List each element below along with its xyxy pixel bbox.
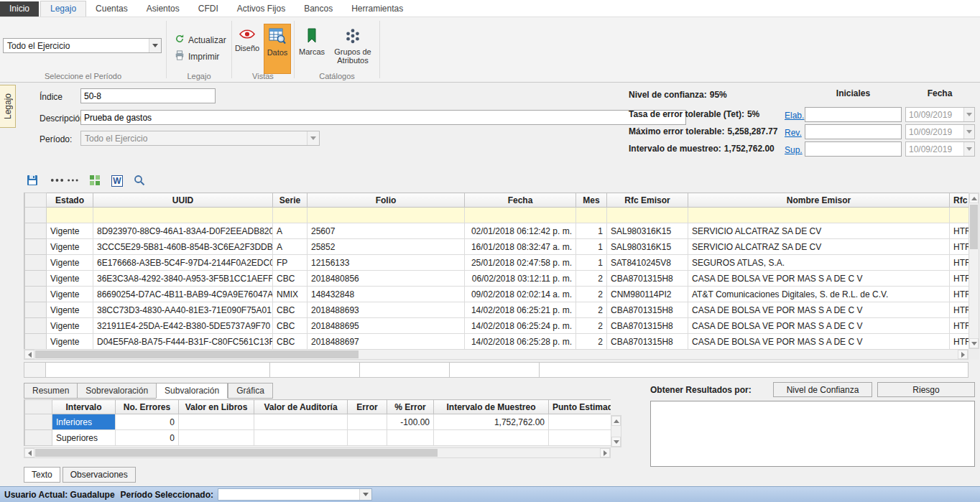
grid-cell[interactable]: CASA DE BOLSA VE POR MAS S A DE C V — [688, 318, 950, 334]
grid-cell[interactable]: CASA DE BOLSA VE POR MAS S A DE C V — [688, 302, 950, 318]
column-header[interactable]: Valor en Libros — [179, 400, 254, 414]
diseno-button[interactable]: Diseño — [234, 24, 261, 74]
grid-cell[interactable]: HTRS — [950, 239, 969, 255]
grid-cell[interactable]: CASA DE BOLSA VE POR MAS S A DE C V — [688, 334, 950, 350]
grid-cell[interactable]: Vigente — [47, 287, 93, 302]
datos-button[interactable]: Datos — [264, 24, 291, 74]
grid-cell[interactable]: 2 — [576, 318, 607, 334]
save-layout-button[interactable] — [26, 174, 39, 189]
grid-cell[interactable]: 16/01/2018 08:32:47 a. m. — [465, 239, 576, 255]
elab-link[interactable]: Elab. — [785, 111, 804, 121]
grid-cell[interactable]: 2018480856 — [308, 271, 465, 287]
grid-cell[interactable] — [387, 430, 434, 446]
scroll-left-button[interactable] — [24, 448, 34, 457]
row-selector[interactable] — [25, 414, 52, 430]
grid-cell[interactable]: 14/02/2018 06:25:21 p. m. — [465, 302, 576, 318]
grid-cell[interactable]: AT&T Comunicaciones Digitales, S. de R.L… — [688, 287, 950, 302]
scroll-up-button[interactable] — [611, 416, 621, 426]
periodo-combobox[interactable]: Todo el Ejercicio — [80, 131, 320, 146]
table-row[interactable]: Vigente38CC73D3-4830-AA40-81E3-71E090F75… — [25, 302, 969, 318]
table-row[interactable]: Vigente321911E4-25DA-E442-B380-5DE5737A9… — [25, 318, 969, 334]
grupos-atributos-button[interactable]: Grupos de Atributos — [329, 24, 376, 74]
filter-cell[interactable] — [950, 208, 969, 223]
grid-cell[interactable]: 25607 — [308, 223, 465, 239]
grid-cell[interactable]: SEGUROS ATLAS, S.A. — [688, 255, 950, 271]
select-all-header[interactable] — [25, 400, 52, 414]
filter-cell[interactable] — [465, 208, 576, 223]
row-selector[interactable] — [25, 318, 47, 334]
grid-cell[interactable]: 321911E4-25DA-E442-B380-5DE5737A9F70 — [93, 318, 273, 334]
filter-cell[interactable] — [607, 208, 688, 223]
column-header[interactable]: Intervalo — [52, 400, 116, 414]
grid-cell[interactable]: NMIX — [273, 287, 308, 302]
chevron-down-icon[interactable] — [359, 489, 371, 500]
column-header[interactable]: % Error — [387, 400, 434, 414]
grid-cell[interactable]: Vigente — [47, 271, 93, 287]
tab-grafica[interactable]: Gráfica — [228, 383, 273, 399]
marcas-button[interactable]: Marcas — [296, 24, 328, 74]
grid-cell[interactable]: CBC — [273, 334, 308, 350]
sup-iniciales-input[interactable] — [805, 141, 902, 157]
scrollbar-thumb[interactable] — [970, 205, 978, 249]
horizontal-scrollbar[interactable] — [24, 349, 969, 360]
search-button[interactable] — [134, 175, 145, 188]
grid-cell[interactable] — [254, 414, 348, 430]
row-selector[interactable] — [25, 271, 47, 287]
grid-cell[interactable]: 0 — [116, 430, 179, 446]
column-header[interactable]: Intervalo de Muestreo — [434, 400, 549, 414]
tab-asientos[interactable]: Asientos — [137, 1, 189, 17]
column-header[interactable]: Error — [348, 400, 387, 414]
row-selector[interactable] — [25, 239, 47, 255]
elab-iniciales-input[interactable] — [805, 107, 902, 122]
tab-texto[interactable]: Texto — [24, 467, 60, 483]
grid-cell[interactable] — [348, 414, 387, 430]
grid-cell[interactable]: CNM980114PI2 — [607, 287, 688, 302]
grid-cell[interactable]: CBA8701315H8 — [607, 334, 688, 350]
table-row[interactable]: Vigente36E3C3A8-4292-3840-A953-3F5B1CC1A… — [25, 271, 969, 287]
grid-cell[interactable]: Vigente — [47, 223, 93, 239]
column-header[interactable]: Estado — [47, 193, 93, 208]
row-selector[interactable] — [25, 430, 52, 446]
grid-cell[interactable]: 14/02/2018 06:25:28 p. m. — [465, 334, 576, 350]
descripcion-input[interactable] — [80, 110, 686, 125]
grid-cell[interactable]: CBC — [273, 318, 308, 334]
grid-cell[interactable]: CBC — [273, 302, 308, 318]
grid-cell[interactable]: Vigente — [47, 255, 93, 271]
grid-cell[interactable]: FP — [273, 255, 308, 271]
grid-cell[interactable]: 1 — [576, 239, 607, 255]
column-header[interactable]: Nombre Emisor — [688, 193, 950, 208]
grid-cell[interactable]: HTRS — [950, 223, 969, 239]
sup-link[interactable]: Sup. — [785, 145, 803, 155]
grid-cell[interactable]: 12156133 — [308, 255, 465, 271]
grid-cell[interactable]: 09/02/2018 02:02:14 a. m. — [465, 287, 576, 302]
grid-cell[interactable]: HTRS — [950, 318, 969, 334]
grid-cell[interactable]: Vigente — [47, 302, 93, 318]
grid-cell[interactable]: 25852 — [308, 239, 465, 255]
calendar-dropdown-icon[interactable] — [963, 108, 974, 121]
grid-cell[interactable]: 06/02/2018 03:12:11 p. m. — [465, 271, 576, 287]
filter-cell[interactable] — [308, 208, 465, 223]
grid-cell[interactable]: HTRS — [950, 302, 969, 318]
grid-cell[interactable]: Superiores — [52, 430, 116, 446]
table-row[interactable]: Vigente86690254-D7AC-4B11-BAB9-4C9A9E760… — [25, 287, 969, 302]
scrollbar-thumb[interactable] — [35, 449, 438, 457]
grid-cell[interactable]: CBA8701315H8 — [607, 271, 688, 287]
grid-cell[interactable]: D04E5FA8-BA75-F444-B31F-C80FC561C13F — [93, 334, 273, 350]
grid-cell[interactable]: 148432848 — [308, 287, 465, 302]
table-row[interactable]: Vigente3CCC5E29-5B81-460B-854B-3C6EA2F3D… — [25, 239, 969, 255]
grid-cell[interactable]: 36E3C3A8-4292-3840-A953-3F5B1CC1AEFF — [93, 271, 273, 287]
grid-cell[interactable] — [348, 430, 387, 446]
grid-cell[interactable]: 2 — [576, 302, 607, 318]
grid-cell[interactable]: Inferiores — [52, 414, 116, 430]
grid-cell[interactable]: 38CC73D3-4830-AA40-81E3-71E090F75A01 — [93, 302, 273, 318]
grid-cell[interactable]: 2018488695 — [308, 318, 465, 334]
export-grid-button[interactable] — [89, 175, 101, 188]
indice-input[interactable] — [80, 88, 216, 103]
column-header[interactable]: UUID — [93, 193, 273, 208]
tab-herramientas[interactable]: Herramientas — [342, 1, 412, 17]
column-chooser-button[interactable] — [50, 175, 78, 187]
grid-cell[interactable]: SAL980316K15 — [607, 223, 688, 239]
auto-filter-row[interactable] — [25, 208, 969, 223]
grid-cell[interactable]: 0 — [116, 414, 179, 430]
elab-date-picker[interactable]: 10/09/2019 — [905, 107, 975, 122]
